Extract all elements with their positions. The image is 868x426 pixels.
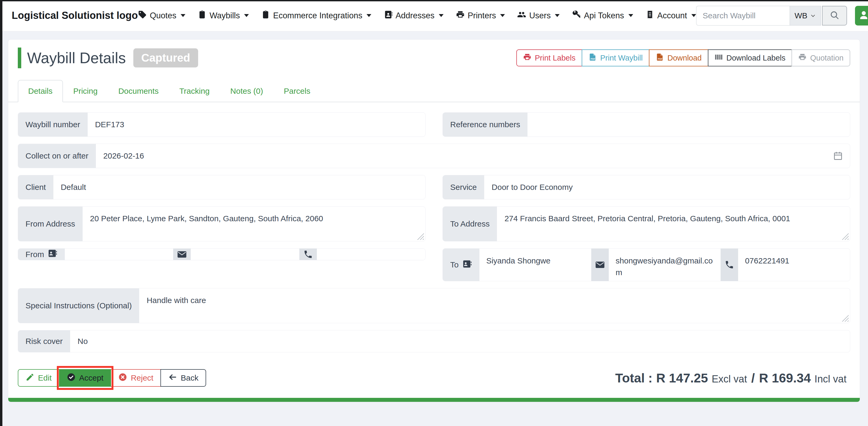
from-email-input[interactable] <box>191 249 299 260</box>
reject-button[interactable]: Reject <box>111 369 161 387</box>
button-label: Download <box>668 54 702 62</box>
search-type-value: WB <box>795 11 807 20</box>
print-labels-button[interactable]: Print Labels <box>516 50 582 66</box>
status-badge: Captured <box>133 48 198 67</box>
pencil-icon <box>26 373 34 384</box>
field-label: Risk cover <box>18 330 70 352</box>
total-excl-amount: R 147.25 <box>656 371 708 385</box>
phone-icon <box>721 249 738 281</box>
nav-label: Quotes <box>150 11 176 21</box>
nav-item-printers[interactable]: Printers <box>456 10 505 21</box>
chevron-down-icon <box>500 14 505 17</box>
total-summary: Total : R 147.25 Excl vat / R 169.34 Inc… <box>615 371 850 385</box>
reference-numbers-group: Reference numbers <box>442 112 850 137</box>
search-input[interactable] <box>696 6 789 26</box>
arrow-left-icon <box>168 373 177 384</box>
accept-button[interactable]: Accept <box>59 369 111 387</box>
footer-actions: Edit Accept Reject Back <box>18 369 206 387</box>
search-button[interactable] <box>822 6 847 26</box>
page-body: Waybill Details Captured Print Labels PD… <box>0 31 868 402</box>
client-group: Client <box>18 175 426 200</box>
client-input[interactable] <box>53 175 425 199</box>
tab-pricing[interactable]: Pricing <box>63 80 108 102</box>
field-label: Service <box>443 175 484 199</box>
header-actions: Print Labels PDF Print Waybill PDF Downl… <box>516 50 850 66</box>
back-button[interactable]: Back <box>160 369 206 387</box>
from-name-input[interactable] <box>65 249 173 260</box>
total-incl-amount: R 169.34 <box>759 371 811 385</box>
tab-tracking[interactable]: Tracking <box>169 80 220 102</box>
file-pdf-icon: PDF <box>655 53 664 63</box>
nav-label: Printers <box>468 11 496 21</box>
nav-item-quotes[interactable]: Quotes <box>138 10 185 21</box>
total-separator: / <box>751 371 754 385</box>
nav-item-waybills[interactable]: Waybills <box>197 10 249 21</box>
to-address-textarea[interactable]: 274 Francis Baard Street, Pretoria Centr… <box>497 207 850 241</box>
tab-notes[interactable]: Notes (0) <box>220 80 273 102</box>
svg-text:PDF: PDF <box>658 57 662 60</box>
detail-tabs: Details Pricing Documents Tracking Notes… <box>8 80 860 102</box>
user-menu-button[interactable] <box>855 6 868 26</box>
printer-icon <box>798 53 807 63</box>
address-card-icon <box>48 249 57 260</box>
file-pdf-icon: PDF <box>588 53 597 63</box>
tab-documents[interactable]: Documents <box>108 80 169 102</box>
clipboard-icon <box>197 10 207 21</box>
special-instructions-group: Special Instructions (Optional) Handle w… <box>18 288 850 323</box>
from-phone-input[interactable] <box>317 249 425 260</box>
risk-cover-input[interactable] <box>70 330 850 352</box>
search-type-select[interactable]: WB <box>789 6 821 26</box>
check-circle-icon <box>67 373 76 384</box>
nav-label: Api Tokens <box>584 11 624 21</box>
tab-details[interactable]: Details <box>18 80 63 102</box>
barcode-icon <box>714 53 723 63</box>
collect-date-group: Collect on or after <box>18 144 850 168</box>
field-label: Reference numbers <box>443 113 527 136</box>
tag-icon <box>138 10 147 21</box>
edit-button[interactable]: Edit <box>18 369 60 387</box>
nav-item-ecommerce-integrations[interactable]: Ecommerce Integrations <box>261 10 371 21</box>
chevron-down-icon <box>439 14 443 17</box>
calendar-icon[interactable] <box>833 151 843 161</box>
tab-parcels[interactable]: Parcels <box>273 80 320 102</box>
field-label-to: To <box>443 249 479 281</box>
users-icon <box>517 10 526 21</box>
to-email-value[interactable]: shongwesiyanda@gmail.com <box>609 249 721 281</box>
nav-item-users[interactable]: Users <box>517 10 560 21</box>
download-labels-button[interactable]: Download Labels <box>708 50 792 66</box>
address-book-icon <box>383 10 393 21</box>
nav-item-account[interactable]: Account <box>645 10 696 21</box>
progress-accent-bar <box>8 398 860 402</box>
app-logo[interactable]: Logistical Solutionist logo <box>12 10 138 21</box>
nav-item-api-tokens[interactable]: Api Tokens <box>572 10 633 21</box>
quotation-button[interactable]: Quotation <box>792 50 850 66</box>
page-title: Waybill Details <box>27 49 126 67</box>
to-phone-value[interactable]: 0762221491 <box>738 249 850 281</box>
special-instructions-textarea[interactable]: Handle with care <box>139 288 850 323</box>
phone-icon <box>299 249 317 260</box>
from-address-textarea[interactable]: 20 Peter Place, Lyme Park, Sandton, Gaut… <box>83 207 425 241</box>
button-label: Quotation <box>810 54 843 62</box>
reference-numbers-input[interactable] <box>527 113 850 136</box>
to-name-value[interactable]: Siyanda Shongwe <box>479 249 591 281</box>
field-label: From <box>26 250 44 259</box>
print-waybill-button[interactable]: PDF Print Waybill <box>582 50 649 66</box>
nav-item-addresses[interactable]: Addresses <box>383 10 443 21</box>
printer-icon <box>523 53 531 63</box>
download-button[interactable]: PDF Download <box>649 50 708 66</box>
nav-label: Account <box>657 11 687 21</box>
button-label: Download Labels <box>726 54 785 62</box>
service-input[interactable] <box>484 175 850 199</box>
receipt-icon <box>645 10 654 21</box>
waybill-number-group: Waybill number <box>18 112 426 137</box>
field-label: Special Instructions (Optional) <box>18 288 139 323</box>
service-group: Service <box>442 175 850 200</box>
field-label-from: From <box>18 249 65 260</box>
user-avatar-icon <box>859 10 868 22</box>
chevron-down-icon <box>555 14 560 17</box>
collect-date-input[interactable] <box>96 144 850 168</box>
printer-icon <box>456 10 465 21</box>
chevron-down-icon <box>181 14 185 17</box>
top-navbar: Logistical Solutionist logo Quotes Waybi… <box>0 0 868 31</box>
waybill-number-input[interactable] <box>88 113 425 136</box>
